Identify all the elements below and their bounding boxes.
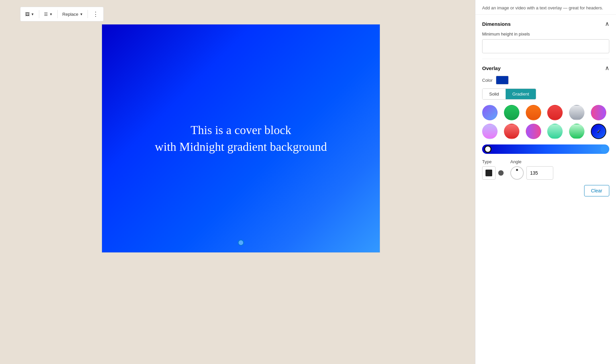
type-angle-row: Type Angle xyxy=(482,159,609,180)
cover-block[interactable]: This is a cover block with Midnight grad… xyxy=(102,24,380,252)
color-row: Color xyxy=(482,76,609,84)
angle-group: Angle xyxy=(510,159,553,180)
gradient-swatch-9[interactable] xyxy=(526,124,541,139)
linear-gradient-button[interactable] xyxy=(482,166,496,180)
align-dropdown-icon: ▼ xyxy=(49,12,53,16)
replace-label: Replace xyxy=(62,12,79,17)
panel-intro: Add an image or video with a text overla… xyxy=(475,0,616,15)
min-height-label: Minimum height in pixels xyxy=(482,32,609,37)
cover-text: This is a cover block with Midnight grad… xyxy=(148,115,334,162)
block-toolbar: 🖼 ▼ ☰ ▼ Replace ▼ ⋮ xyxy=(20,7,104,21)
dimensions-title: Dimensions xyxy=(482,21,511,27)
more-options-icon: ⋮ xyxy=(93,10,99,18)
type-label: Type xyxy=(482,159,504,164)
gradient-swatches: ✓ xyxy=(482,105,609,139)
angle-indicator xyxy=(516,169,518,171)
image-icon: 🖼 xyxy=(25,12,30,17)
slider-handle-right[interactable] xyxy=(601,145,608,153)
cover-focal-point[interactable] xyxy=(238,240,244,246)
gradient-swatch-10[interactable] xyxy=(547,124,563,139)
align-icon: ☰ xyxy=(44,12,48,17)
alignment-button[interactable]: ☰ ▼ xyxy=(41,10,55,19)
min-height-input[interactable] xyxy=(482,39,609,53)
overlay-type-toggle: Solid Gradient xyxy=(482,88,536,100)
dimensions-content: Minimum height in pixels xyxy=(475,32,616,59)
image-dropdown-icon: ▼ xyxy=(31,12,34,16)
toolbar-divider-2 xyxy=(57,10,58,18)
right-panel: Add an image or video with a text overla… xyxy=(475,0,616,364)
gradient-swatch-4[interactable] xyxy=(547,105,563,120)
image-type-button[interactable]: 🖼 ▼ xyxy=(22,10,37,19)
overlay-title: Overlay xyxy=(482,65,501,71)
angle-inputs xyxy=(510,166,553,180)
overlay-section-header: Overlay ∧ xyxy=(475,59,616,76)
gradient-button[interactable]: Gradient xyxy=(506,89,536,99)
type-buttons xyxy=(482,166,504,180)
dimensions-collapse-icon[interactable]: ∧ xyxy=(605,20,609,27)
solid-button[interactable]: Solid xyxy=(482,89,506,99)
gradient-slider-track xyxy=(482,144,609,154)
overlay-collapse-icon[interactable]: ∧ xyxy=(605,64,609,72)
gradient-swatch-2[interactable] xyxy=(504,105,519,120)
clear-button[interactable]: Clear xyxy=(584,185,609,196)
angle-dial[interactable] xyxy=(510,166,524,180)
toolbar-divider-3 xyxy=(88,10,88,18)
gradient-swatch-6[interactable] xyxy=(591,105,606,120)
gradient-swatch-7[interactable] xyxy=(482,124,498,139)
replace-dropdown-icon: ▼ xyxy=(80,12,83,16)
linear-icon xyxy=(485,170,492,176)
dimensions-section-header: Dimensions ∧ xyxy=(475,15,616,32)
toolbar-divider xyxy=(39,10,39,18)
type-group: Type xyxy=(482,159,504,180)
color-swatch[interactable] xyxy=(496,76,509,84)
gradient-swatch-1[interactable] xyxy=(482,105,498,120)
replace-button[interactable]: Replace ▼ xyxy=(60,10,86,19)
slider-handle-left[interactable] xyxy=(484,145,492,153)
overlay-content: Color Solid Gradient xyxy=(475,76,616,202)
radial-gradient-button[interactable] xyxy=(498,170,504,176)
more-options-button[interactable]: ⋮ xyxy=(90,8,101,20)
gradient-swatch-5[interactable] xyxy=(569,105,584,120)
color-label: Color xyxy=(482,78,493,83)
gradient-swatch-3[interactable] xyxy=(526,105,541,120)
angle-input[interactable] xyxy=(526,166,553,180)
gradient-swatch-11[interactable] xyxy=(569,124,584,139)
gradient-swatch-8[interactable] xyxy=(504,124,519,139)
angle-label: Angle xyxy=(510,159,553,164)
cover-block-wrapper: This is a cover block with Midnight grad… xyxy=(102,24,380,253)
gradient-slider[interactable] xyxy=(482,144,609,154)
gradient-swatch-midnight[interactable]: ✓ xyxy=(591,124,606,139)
